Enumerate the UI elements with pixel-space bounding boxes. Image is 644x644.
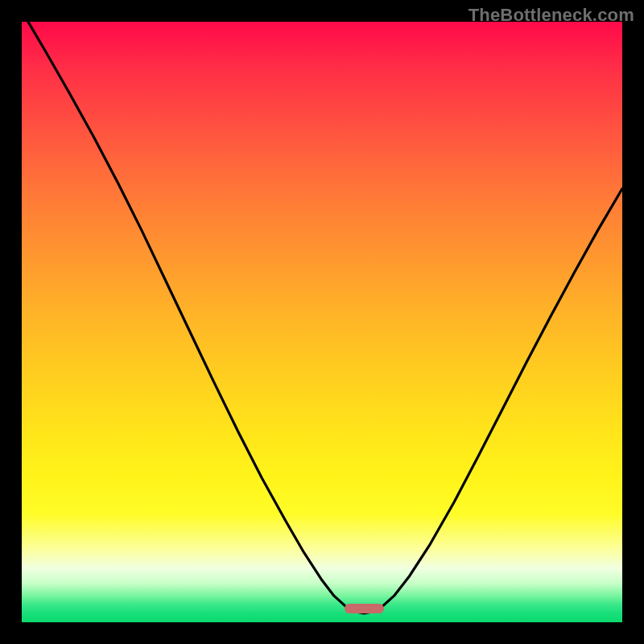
bottleneck-curve: [22, 22, 622, 622]
plot-area: [22, 22, 622, 622]
chart-frame: TheBottleneck.com: [0, 0, 644, 644]
watermark-text: TheBottleneck.com: [469, 5, 634, 26]
optimal-marker: [345, 604, 383, 613]
